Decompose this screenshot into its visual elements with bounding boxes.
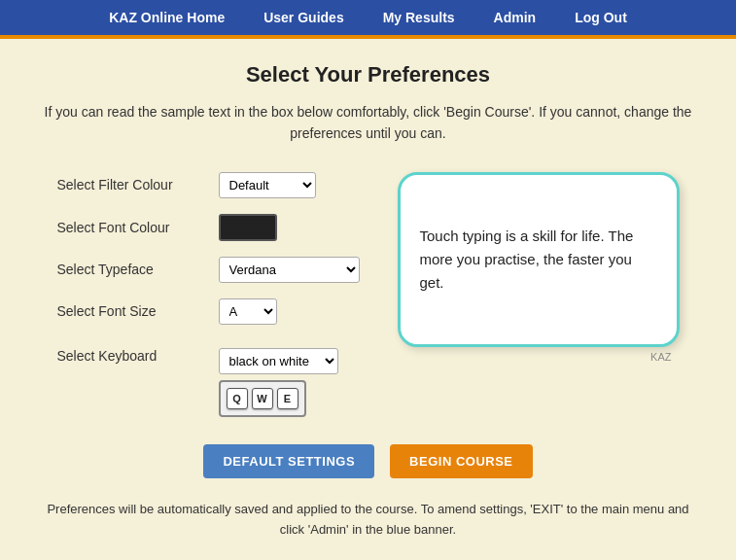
nav-logout[interactable]: Log Out [575,10,627,25]
nav-user-guides[interactable]: User Guides [263,10,343,25]
nav-admin[interactable]: Admin [494,10,537,25]
keyboard-preview: Q W E [219,380,306,417]
key-q: Q [227,388,248,409]
preview-text: Touch typing is a skill for life. The mo… [420,225,657,295]
preview-box: Touch typing is a skill for life. The mo… [398,172,680,347]
begin-course-button[interactable]: BEGIN COURSE [390,444,532,478]
preview-box-wrapper: Touch typing is a skill for life. The mo… [398,172,680,363]
typeface-row: Select Typeface Verdana Arial Times New … [57,257,368,283]
preferences-area: Select Filter Colour Default Yellow Blue… [39,172,697,417]
filter-colour-label: Select Filter Colour [57,177,203,192]
key-w: W [252,388,273,409]
font-size-select[interactable]: A B C [219,298,277,325]
default-settings-button[interactable]: DEFAULT SETTINGS [203,444,374,478]
keyboard-label: Select Keyboard [57,348,203,364]
nav-my-results[interactable]: My Results [383,10,455,25]
font-colour-swatch[interactable] [219,214,277,241]
action-buttons-row: DEFAULT SETTINGS BEGIN COURSE [39,444,697,478]
font-colour-label: Select Font Colour [57,220,203,235]
prefs-controls: Select Filter Colour Default Yellow Blue… [57,172,368,417]
preview-kaz-label: KAZ [398,351,680,363]
bottom-note: Preferences will be automatically saved … [39,500,697,541]
font-size-label: Select Font Size [57,303,203,319]
keyboard-row: Select Keyboard black on white white on … [57,348,368,417]
keyboard-section: black on white white on black yellow on … [219,348,338,417]
page-title: Select Your Preferences [39,62,697,88]
filter-colour-row: Select Filter Colour Default Yellow Blue… [57,172,368,198]
font-size-row: Select Font Size A B C [57,298,368,325]
font-colour-row: Select Font Colour [57,214,368,241]
typeface-label: Select Typeface [57,262,203,277]
navigation-bar: KAZ Online Home User Guides My Results A… [0,0,736,39]
typeface-select[interactable]: Verdana Arial Times New Roman [219,257,360,283]
key-e: E [277,388,298,409]
filter-colour-select[interactable]: Default Yellow Blue Green [219,172,316,198]
nav-kaz-online-home[interactable]: KAZ Online Home [109,10,225,25]
keyboard-select[interactable]: black on white white on black yellow on … [219,348,338,374]
page-description: If you can read the sample text in the b… [39,101,697,145]
main-content: Select Your Preferences If you can read … [0,39,736,560]
